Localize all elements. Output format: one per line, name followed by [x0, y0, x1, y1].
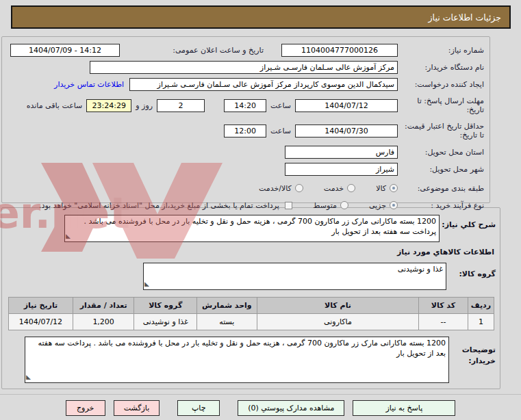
remaining-days-label: روز و: [131, 101, 157, 110]
reply-deadline-row: مهلت ارسال پاسخ: تا تاریخ: ساعت روز و 23…: [6, 94, 484, 116]
category-option-label: کالا: [376, 184, 386, 193]
exit-button[interactable]: خروج: [66, 400, 105, 416]
treasury-checkbox[interactable]: [285, 202, 292, 209]
radio-icon[interactable]: [390, 184, 398, 192]
request-creator-row: ایجاد کننده درخواست: اطلاعات تماس خریدار: [6, 77, 484, 91]
request-creator-input[interactable]: [129, 78, 398, 91]
price-validity-time-input[interactable]: [224, 124, 266, 137]
col-need-date: تاریخ نیاز: [9, 298, 73, 314]
process-type-label: نوع فرآیند خرید :: [398, 201, 484, 210]
category-option-0[interactable]: کالا: [376, 184, 398, 193]
radio-icon[interactable]: [347, 184, 355, 192]
col-row-number: ردیف: [468, 298, 494, 314]
need-details-page: { "title_bar": { "label": "جزئیات اطلاعا…: [0, 0, 521, 420]
radio-icon[interactable]: [340, 201, 348, 209]
announce-datetime-input[interactable]: [10, 44, 120, 57]
cell-quantity: 1,200: [73, 314, 134, 330]
need-desc-label: شرح کلي نیاز:: [440, 215, 496, 229]
col-quantity: تعداد / مقدار: [73, 298, 134, 314]
cell-row-number: 1: [468, 314, 494, 330]
buyer-notes-label: توضیحات خریدار:: [449, 337, 496, 367]
resize-grip-icon[interactable]: ◢: [144, 279, 149, 289]
radio-icon[interactable]: [390, 201, 398, 209]
goods-group-label: گروه کالا:: [446, 263, 496, 278]
process-type-radio-group: جزییمتوسط: [292, 201, 398, 210]
need-info-panel: شماره نیاز: تاریخ و ساعت اعلان عمومی: نا…: [1, 36, 490, 203]
buyer-notes-row: توضیحات خریدار: 1200 بسته ماکارانی مارک …: [6, 337, 496, 383]
buyer-notes-textarea[interactable]: 1200 بسته ماکارانی مارک زر ماکارون 700 گ…: [25, 337, 449, 383]
goods-group-text: غذا و نوشیدنی: [398, 265, 443, 274]
goods-table-header-row: ردیف کد کالا نام کالا واحد شمارش گروه کا…: [9, 298, 494, 314]
reply-deadline-time-input[interactable]: [224, 99, 266, 112]
goods-section-header: اطلاعات کالاهاي مورد نیاز: [6, 248, 494, 257]
back-button[interactable]: بازگشت: [114, 400, 160, 416]
reply-deadline-date-input[interactable]: [295, 99, 398, 112]
page-title-label: جزئیات اطلاعات نیاز: [429, 12, 501, 23]
category-row: طبقه بندی موضوعی: کالاخدمتکالا/خدمت: [6, 181, 484, 195]
remaining-days-input[interactable]: [157, 99, 205, 112]
process-type-option-1[interactable]: متوسط: [313, 201, 348, 210]
need-number-input[interactable]: [281, 44, 398, 57]
goods-info-panel: شرح کلي نیاز: 1200 بسته ماکارانی مارک زر…: [1, 207, 500, 389]
treasury-checkbox-label: پرداخت تمام یا بخشی از مبلغ خرید،از محل …: [39, 201, 279, 210]
remaining-suffix-label: ساعت باقی مانده: [23, 101, 87, 110]
price-validity-hour-label: ساعت: [266, 127, 295, 135]
category-option-1[interactable]: خدمت: [324, 184, 355, 193]
price-validity-row: حداقل تاریخ اعتبار قیمت: تا تاریخ: ساعت: [6, 120, 484, 142]
reply-to-need-button[interactable]: پاسخ به نیاز: [353, 400, 455, 416]
goods-group-row: گروه کالا: غذا و نوشیدنی ◢: [6, 263, 496, 290]
category-radio-group: کالاخدمتکالا/خدمت: [238, 184, 398, 193]
col-goods-group: گروه کالا: [134, 298, 197, 314]
resize-grip-icon[interactable]: ◢: [66, 231, 71, 241]
print-button[interactable]: چاپ: [177, 400, 220, 416]
cell-unit: بسته: [197, 314, 257, 330]
need-number-row: شماره نیاز: تاریخ و ساعت اعلان عمومی:: [6, 43, 484, 57]
province-label: استان محل تحویل:: [398, 148, 484, 157]
category-label: طبقه بندی موضوعی:: [398, 184, 484, 193]
col-unit: واحد شمارش: [197, 298, 257, 314]
category-option-label: کالا/خدمت: [259, 184, 292, 193]
announce-datetime-label: تاریخ و ساعت اعلان عمومی:: [120, 46, 268, 55]
remaining-countdown: 23:24:29: [86, 99, 131, 112]
reply-hour-label: ساعت: [266, 101, 295, 110]
need-number-label: شماره نیاز:: [398, 46, 484, 55]
buyer-contact-link[interactable]: اطلاعات تماس خریدار: [54, 80, 124, 89]
cell-item-name: ماکارونی: [257, 314, 418, 330]
city-input[interactable]: [285, 163, 398, 176]
city-row: شهر محل تحویل:: [6, 162, 484, 176]
goods-group-textarea[interactable]: غذا و نوشیدنی ◢: [143, 263, 446, 290]
buyer-org-row: نام دستگاه خریدار:: [6, 60, 484, 74]
col-item-name: نام کالا: [257, 298, 418, 314]
footer-toolbar: پاسخ به نیاز مشاهده مدارک پیوستي (0) چاپ…: [0, 394, 521, 416]
resize-grip-icon[interactable]: ◢: [26, 372, 31, 382]
need-desc-textarea[interactable]: 1200 بسته ماکارانی مارک زر ماکارون 700 گ…: [64, 215, 440, 242]
col-item-code: کد کالا: [419, 298, 468, 314]
cell-need-date: 1404/07/12: [9, 314, 73, 330]
request-creator-label: ایجاد کننده درخواست:: [398, 80, 484, 89]
view-attachments-button[interactable]: مشاهده مدارک پیوستي (0): [238, 400, 344, 416]
province-row: استان محل تحویل:: [6, 145, 484, 159]
goods-table: ردیف کد کالا نام کالا واحد شمارش گروه کا…: [8, 297, 494, 330]
buyer-notes-text: 1200 بسته ماکارانی مارک زر ماکارون 700 گ…: [38, 339, 446, 358]
buyer-org-label: نام دستگاه خریدار:: [398, 63, 484, 72]
province-input[interactable]: [285, 146, 398, 159]
need-desc-text: 1200 بسته ماکارانی مارک زر ماکارون 700 گ…: [84, 217, 436, 236]
buyer-org-input[interactable]: [90, 61, 398, 74]
treasury-checkbox-item[interactable]: پرداخت تمام یا بخشی از مبلغ خرید،از محل …: [39, 201, 292, 210]
process-type-option-label: جزیی: [369, 201, 386, 210]
page-title: جزئیات اطلاعات نیاز: [11, 5, 511, 29]
city-label: شهر محل تحویل:: [398, 165, 484, 174]
reply-deadline-label: مهلت ارسال پاسخ: تا تاریخ:: [398, 96, 484, 114]
category-option-label: خدمت: [324, 184, 344, 193]
radio-icon[interactable]: [295, 184, 303, 192]
need-desc-row: شرح کلي نیاز: 1200 بسته ماکارانی مارک زر…: [6, 215, 496, 242]
process-type-option-label: متوسط: [313, 201, 337, 210]
process-type-option-0[interactable]: جزیی: [369, 201, 398, 210]
price-validity-label: حداقل تاریخ اعتبار قیمت: تا تاریخ:: [398, 122, 484, 140]
table-row[interactable]: 1 -- ماکارونی بسته غذا و نوشیدنی 1,200 1…: [9, 314, 494, 330]
price-validity-date-input[interactable]: [295, 124, 398, 137]
cell-item-code: --: [419, 314, 468, 330]
category-option-2[interactable]: کالا/خدمت: [259, 184, 303, 193]
cell-goods-group: غذا و نوشیدنی: [134, 314, 197, 330]
